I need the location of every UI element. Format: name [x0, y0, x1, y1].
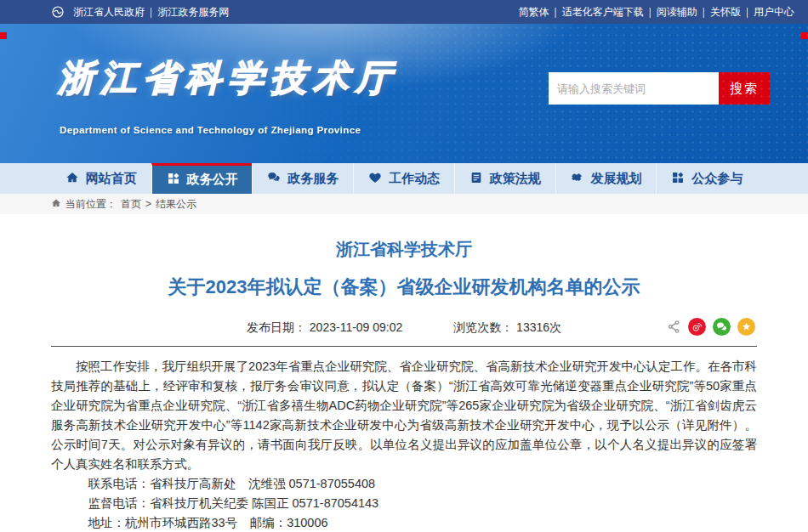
handshake-icon [570, 171, 583, 187]
home-icon [65, 171, 79, 187]
nav-label: 工作动态 [389, 171, 440, 187]
topbar-left: 浙江省人民政府 | 浙江政务服务网 [51, 5, 229, 20]
nav-item-gov-disclosure[interactable]: 政务公开 [151, 163, 253, 194]
link-elderly-client-download[interactable]: 适老化客户端下载 [562, 5, 644, 20]
breadcrumb-separator: > [145, 198, 151, 210]
red-decoration-dot [0, 32, 7, 39]
supervision-phone-line: 监督电话：省科技厅机关纪委 陈国正 0571-87054143 [51, 494, 757, 513]
document-icon [469, 171, 483, 187]
search-input[interactable] [549, 72, 719, 105]
link-user-center[interactable]: 用户中心 [754, 5, 794, 20]
site-subtitle: Department of Science and Technology of … [60, 125, 361, 135]
nav-label: 政务服务 [287, 171, 339, 187]
article-title-line1: 浙江省科学技术厅 [51, 238, 757, 261]
breadcrumb: 当前位置： 首页 > 结果公示 [51, 194, 757, 214]
address-line: 地址：杭州市环城西路33号 邮编：310006 [51, 513, 757, 532]
nav-label: 政务公开 [187, 172, 238, 188]
separator: | [150, 6, 152, 18]
nav-label: 公众参与 [691, 171, 743, 187]
heart-icon [368, 171, 382, 187]
nav-item-gov-services[interactable]: 政务服务 [252, 163, 353, 194]
publish-date-label: 发布日期： [247, 320, 306, 334]
nav-item-policies[interactable]: 政策法规 [454, 163, 555, 194]
home-icon [51, 198, 61, 211]
main-navigation: 网站首页 政务公开 政务服务 工作动态 政策法规 发展规划 公众参与 [0, 163, 808, 194]
views-value: 13316次 [516, 320, 561, 334]
topbar-right: 简繁体 | 适老化客户端下载 | 阅读辅助 | 关怀版 | 用户中心 [519, 5, 795, 20]
wechat-share-icon[interactable] [713, 318, 731, 336]
article-title-line2: 关于2023年拟认定（备案）省级企业研发机构名单的公示 [51, 274, 757, 300]
link-simplified-traditional[interactable]: 简繁体 [519, 5, 549, 20]
nav-item-public-participation[interactable]: 公众参与 [656, 163, 757, 194]
nav-item-home[interactable]: 网站首页 [51, 163, 151, 194]
link-reading-assist[interactable]: 阅读辅助 [657, 5, 697, 20]
nav-label: 政策法规 [490, 171, 541, 187]
share-icon[interactable] [667, 320, 681, 334]
weibo-share-icon[interactable] [688, 318, 706, 336]
search-button[interactable]: 搜索 [719, 72, 770, 105]
contact-phone-line: 联系电话：省科技厅高新处 沈维强 0571-87055408 [51, 474, 757, 494]
share-buttons [667, 318, 755, 336]
nav-item-work-updates[interactable]: 工作动态 [353, 163, 454, 194]
nav-label: 网站首页 [86, 171, 137, 187]
link-gov-service-site[interactable]: 浙江政务服务网 [157, 5, 229, 20]
top-utility-bar: 浙江省人民政府 | 浙江政务服务网 简繁体 | 适老化客户端下载 | 阅读辅助 … [0, 0, 808, 24]
article-body: 按照工作安排，我厅组织开展了2023年省重点企业研究院、省企业研究院、省高新技术… [51, 357, 757, 474]
article: 浙江省科学技术厅 关于2023年拟认定（备案）省级企业研发机构名单的公示 发布日… [51, 214, 757, 532]
article-meta: 发布日期： 2023-11-09 09:02 浏览次数： 13316次 [51, 320, 757, 347]
separator: | [555, 6, 557, 18]
site-banner: 浙江省科学技术厅 Department of Science and Techn… [0, 24, 808, 163]
red-decoration-dot [801, 32, 808, 39]
breadcrumb-bar: 当前位置： 首页 > 结果公示 [0, 194, 808, 214]
views-label: 浏览次数： [453, 320, 513, 334]
separator: | [649, 6, 652, 18]
nav-label: 发展规划 [590, 171, 641, 187]
separator: | [746, 6, 748, 18]
separator: | [703, 6, 705, 18]
gov-logo-icon [51, 5, 65, 19]
publish-date-value: 2023-11-09 09:02 [310, 320, 403, 334]
link-provincial-government[interactable]: 浙江省人民政府 [73, 5, 145, 20]
site-title: 浙江省科学技术厅 [58, 54, 398, 102]
breadcrumb-prefix: 当前位置： [65, 197, 117, 212]
search-bar: 搜索 [549, 72, 770, 105]
blocks-icon [671, 171, 685, 187]
blocks-icon [167, 172, 180, 188]
breadcrumb-current: 结果公示 [156, 197, 196, 212]
nav-item-development-planning[interactable]: 发展规划 [555, 163, 657, 194]
link-care-version[interactable]: 关怀版 [710, 5, 741, 20]
breadcrumb-home-link[interactable]: 首页 [121, 197, 141, 212]
chat-icon [267, 171, 281, 187]
qzone-share-icon[interactable] [737, 318, 755, 336]
